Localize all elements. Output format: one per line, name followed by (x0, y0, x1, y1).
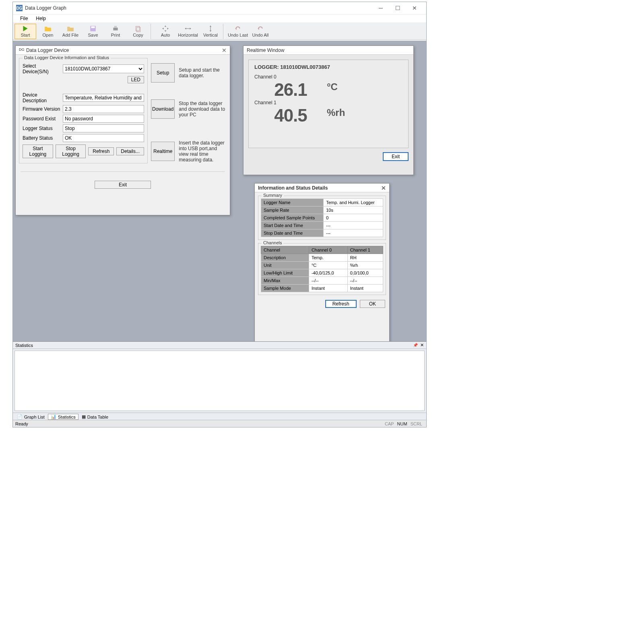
svg-marker-0 (23, 26, 27, 31)
undo-icon (234, 25, 242, 32)
status-cap: CAP (383, 421, 396, 426)
close-icon[interactable]: ✕ (222, 47, 227, 54)
details-ok-button[interactable]: OK (360, 300, 385, 308)
table-icon: ▦ (82, 414, 86, 419)
tab-graph-list[interactable]: 📄Graph List (14, 414, 47, 420)
firmware-field[interactable] (63, 105, 144, 113)
channels-legend: Channels (262, 240, 283, 245)
maximize-button[interactable]: ☐ (389, 2, 406, 14)
battery-status-field[interactable] (63, 134, 144, 142)
menu-file[interactable]: File (16, 16, 32, 21)
device-exit-button[interactable]: Exit (95, 181, 151, 189)
statusbar: Ready CAP NUM SCRL (13, 420, 426, 427)
svg-rect-3 (113, 28, 118, 31)
pin-icon[interactable]: 📌 (413, 343, 418, 347)
folder-plus-icon (67, 25, 74, 32)
arrows-h-icon (184, 25, 192, 32)
tab-statistics[interactable]: 📊Statistics (48, 414, 78, 420)
svg-rect-2 (91, 26, 95, 28)
device-panel-title: Data Logger Device (26, 47, 69, 53)
logger-status-field[interactable] (63, 124, 144, 132)
tb-print[interactable]: Print (105, 24, 126, 39)
start-logging-button[interactable]: Start Logging (23, 144, 53, 158)
menubar: File Help (13, 14, 426, 23)
tb-addfile[interactable]: Add File (60, 24, 81, 39)
status-ready: Ready (15, 421, 28, 426)
summary-legend: Summary (262, 193, 284, 198)
tb-start[interactable]: Start (14, 24, 36, 39)
download-button[interactable]: Download (151, 99, 175, 119)
batt-label: Battery Status (23, 135, 63, 141)
folder-open-icon (44, 25, 52, 32)
tb-save[interactable]: Save (82, 24, 104, 39)
save-icon (89, 25, 97, 32)
arrows-v-icon (207, 25, 214, 32)
svg-rect-4 (114, 26, 117, 28)
setup-desc: Setup and start the data logger. (179, 67, 227, 78)
status-scrl: SCRL (409, 421, 424, 426)
ch0-label: Channel 0 (254, 74, 402, 80)
realtime-logger-label: LOGGER: 181010DWL0073867 (254, 64, 402, 70)
copy-icon (134, 25, 142, 32)
close-icon[interactable]: ✕ (381, 185, 386, 191)
ch0-unit: °C (327, 80, 351, 93)
app-icon: DG (16, 5, 23, 11)
ch1-label: Channel 1 (254, 100, 402, 105)
setup-button[interactable]: Setup (151, 63, 175, 83)
pw-label: Password Exist (23, 116, 63, 122)
stop-logging-button[interactable]: Stop Logging (56, 144, 86, 158)
refresh-button[interactable]: Refresh (88, 147, 114, 155)
ch0-value: 26.1 (254, 80, 327, 100)
realtime-desc: Insert the data logger into USB port,and… (179, 140, 227, 163)
tb-copy[interactable]: Copy (127, 24, 149, 39)
channels-table: ChannelChannel 0Channel 1 DescriptionTem… (261, 246, 383, 292)
tb-auto[interactable]: Auto (155, 24, 176, 39)
minimize-button[interactable]: ─ (372, 2, 389, 14)
statistics-title: Statistics (15, 343, 33, 348)
play-icon (22, 25, 29, 32)
device-group-legend: Data Logger Device Information and Statu… (23, 55, 111, 60)
realtime-button[interactable]: Realtime (151, 142, 175, 161)
password-field[interactable] (63, 115, 144, 123)
app-title: Data Logger Graph (25, 5, 66, 11)
app-titlebar: DG Data Logger Graph ─ ☐ ✕ (13, 2, 426, 14)
select-device-label: Select Device(S/N) (23, 63, 63, 74)
menu-help[interactable]: Help (32, 16, 50, 21)
statistics-panel: Statistics 📌 ✕ 📄Graph List 📊Statistics ▦… (13, 341, 426, 420)
status-label: Logger Status (23, 126, 63, 131)
led-button[interactable]: LED (128, 76, 144, 83)
list-icon: 📄 (17, 414, 23, 419)
toolbar: Start Open Add File Save Print Copy Auto… (13, 23, 426, 40)
download-desc: Stop the data logger and download data t… (179, 101, 227, 118)
undo-all-icon (257, 25, 264, 32)
status-num: NUM (396, 421, 409, 426)
summary-table: Logger NameTemp. and Humi. Logger Sample… (261, 198, 383, 237)
print-icon (112, 25, 119, 32)
realtime-exit-button[interactable]: Exit (383, 152, 409, 161)
desc-label: Device Description (23, 92, 63, 103)
tb-vertical[interactable]: Vertical (200, 24, 221, 39)
details-button[interactable]: Details... (116, 147, 144, 155)
fw-label: Firmware Version (23, 106, 63, 112)
tb-undolast[interactable]: Undo Last (227, 24, 249, 39)
tb-horizontal[interactable]: Horizontal (177, 24, 199, 39)
statistics-body (14, 351, 425, 411)
tb-undoall[interactable]: Undo All (250, 24, 271, 39)
realtime-panel: Realtime Window LOGGER: 181010DWL0073867… (243, 45, 414, 175)
device-serial-select[interactable]: 181010DWL0073867 (63, 64, 144, 73)
device-panel: DG Data Logger Device ✕ Data Logger Devi… (15, 45, 230, 215)
details-refresh-button[interactable]: Refresh (325, 300, 357, 308)
arrows-4way-icon (162, 25, 169, 32)
close-icon[interactable]: ✕ (420, 343, 424, 348)
details-title: Information and Status Details (258, 185, 328, 191)
device-desc-field[interactable] (63, 94, 144, 102)
close-button[interactable]: ✕ (406, 2, 423, 14)
tb-open[interactable]: Open (37, 24, 59, 39)
realtime-title: Realtime Window (247, 47, 284, 53)
details-dialog: Information and Status Details ✕ Summary… (254, 183, 390, 344)
ch1-value: 40.5 (254, 105, 327, 126)
tab-data-table[interactable]: ▦Data Table (79, 414, 111, 420)
app-icon: DG (19, 47, 25, 53)
stats-icon: 📊 (51, 414, 56, 419)
ch1-unit: %rh (327, 105, 351, 118)
